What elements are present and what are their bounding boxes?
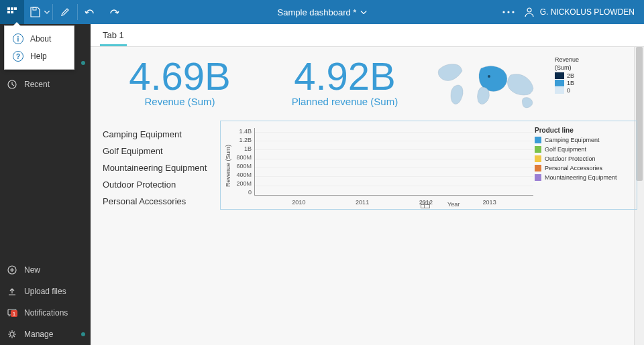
legend-label: Golf Equipment — [545, 146, 586, 153]
chevron-down-icon — [360, 11, 366, 14]
legend-swatch — [535, 165, 541, 171]
chat-icon: 1 — [7, 307, 17, 318]
svg-rect-5 — [33, 7, 36, 10]
sidebar-label: Manage — [24, 330, 53, 339]
list-item[interactable]: Outdoor Protection — [103, 176, 220, 193]
sidebar-item-new[interactable]: New — [0, 259, 91, 281]
y-tick: 1.4B — [239, 128, 252, 135]
kpi-label: Planned revenue (Sum) — [268, 96, 422, 107]
legend-swatch — [555, 72, 564, 79]
sidebar-label: New — [24, 265, 40, 275]
svg-rect-1 — [11, 7, 13, 10]
y-tick: 1.2B — [239, 137, 252, 143]
sidebar: ntent Team content Recent New Upload fil… — [0, 24, 91, 345]
sidebar-item-recent[interactable]: Recent — [0, 74, 91, 95]
sidebar-label: Upload files — [24, 287, 66, 296]
legend-label: 2B — [567, 72, 574, 79]
product-line-list[interactable]: Camping Equipment Golf Equipment Mountai… — [103, 121, 220, 210]
clock-icon — [7, 79, 17, 90]
sidebar-item-notifications[interactable]: 1 Notifications — [0, 302, 91, 324]
map-widget[interactable]: Revenue (Sum) 2B 1B 0 — [429, 56, 637, 117]
svg-point-17 — [488, 75, 490, 78]
legend-subtitle: (Sum) — [555, 64, 579, 71]
gear-icon — [7, 329, 17, 340]
tab-bar: Tab 1 — [91, 24, 644, 47]
x-tick: 2013 — [469, 199, 511, 206]
kpi-value: 4.69B — [103, 56, 257, 97]
y-tick: 400M — [236, 171, 252, 178]
list-item[interactable]: Personal Accessories — [103, 193, 220, 210]
legend-swatch — [535, 146, 541, 153]
svg-point-8 — [512, 11, 514, 13]
app-dropdown: i About ? Help — [4, 25, 74, 70]
about-label: About — [30, 34, 51, 44]
list-item[interactable]: Camping Equipment — [103, 126, 220, 143]
legend-title: Revenue — [555, 56, 579, 63]
info-icon: i — [13, 33, 23, 44]
legend-label: Outdoor Protection — [545, 155, 596, 162]
undo-button[interactable] — [78, 0, 102, 24]
sidebar-item-upload[interactable]: Upload files — [0, 281, 91, 302]
y-tick: 200M — [236, 180, 252, 187]
svg-point-7 — [507, 11, 509, 13]
legend-swatch — [535, 174, 541, 181]
svg-rect-0 — [7, 7, 10, 10]
user-icon — [524, 7, 535, 17]
chart-legend: Product line Camping Equipment Golf Equi… — [533, 124, 634, 208]
svg-point-9 — [527, 8, 531, 12]
legend-label: Mountaineering Equipment — [545, 174, 617, 181]
dashboard-content: 4.69B Revenue (Sum) 4.92B Planned revenu… — [91, 47, 644, 345]
legend-swatch — [555, 80, 564, 86]
about-menu-item[interactable]: i About — [5, 30, 74, 48]
save-chevron-icon[interactable] — [44, 11, 50, 14]
kpi-revenue[interactable]: 4.69B Revenue (Sum) — [103, 56, 257, 117]
app-switcher-button[interactable] — [0, 0, 24, 24]
plus-icon — [7, 265, 17, 275]
svg-point-6 — [502, 11, 504, 13]
title-text: Sample dashboard * — [278, 7, 357, 17]
plot-area: 2010201120122013 — [254, 128, 533, 196]
bar-chart[interactable]: Revenue (Sum) 1.4B 1.2B 1B 800M 600M 400… — [220, 121, 637, 210]
x-axis-label: Year — [447, 201, 460, 208]
kpi-planned-revenue[interactable]: 4.92B Planned revenue (Sum) — [268, 56, 422, 117]
y-axis-label: Revenue (Sum) — [223, 124, 233, 208]
upload-icon — [7, 286, 17, 297]
map-legend: Revenue (Sum) 2B 1B 0 — [555, 56, 579, 94]
redo-button[interactable] — [102, 0, 126, 24]
svg-rect-3 — [7, 11, 10, 13]
table-toggle-icon[interactable] — [421, 202, 430, 208]
legend-label: Personal Accessories — [545, 165, 602, 171]
help-icon: ? — [13, 51, 23, 62]
y-axis: 1.4B 1.2B 1B 800M 600M 400M 200M 0 — [233, 124, 254, 208]
notification-badge: 1 — [11, 310, 17, 317]
status-dot — [81, 332, 85, 336]
legend-label: 0 — [567, 87, 570, 94]
kpi-label: Revenue (Sum) — [103, 96, 257, 107]
svg-point-16 — [10, 332, 14, 336]
kpi-value: 4.92B — [268, 56, 422, 97]
edit-button[interactable] — [53, 0, 77, 24]
legend-label: Camping Equipment — [545, 137, 600, 143]
status-dot — [81, 61, 85, 65]
y-tick: 0 — [248, 189, 252, 196]
sidebar-label: Recent — [24, 80, 50, 89]
list-item[interactable]: Golf Equipment — [103, 143, 220, 159]
legend-swatch — [535, 137, 541, 143]
top-bar: Sample dashboard * G. NICKOLUS PLOWDEN i… — [0, 0, 644, 24]
help-label: Help — [30, 52, 47, 61]
tab-1[interactable]: Tab 1 — [100, 25, 127, 46]
sidebar-item-manage[interactable]: Manage — [0, 324, 91, 345]
world-map — [429, 56, 549, 117]
sidebar-label: Notifications — [24, 308, 68, 318]
y-tick: 800M — [236, 154, 252, 161]
y-tick: 1B — [244, 145, 252, 152]
x-tick: 2011 — [341, 199, 383, 206]
dashboard-title[interactable]: Sample dashboard * — [278, 7, 367, 17]
user-name: G. NICKOLUS PLOWDEN — [540, 7, 635, 17]
help-menu-item[interactable]: ? Help — [5, 48, 74, 65]
user-menu[interactable]: G. NICKOLUS PLOWDEN — [524, 7, 635, 17]
legend-title: Product line — [535, 127, 633, 134]
list-item[interactable]: Mountaineering Equipment — [103, 159, 220, 176]
more-button[interactable] — [498, 0, 519, 24]
tab-label: Tab 1 — [103, 30, 124, 40]
